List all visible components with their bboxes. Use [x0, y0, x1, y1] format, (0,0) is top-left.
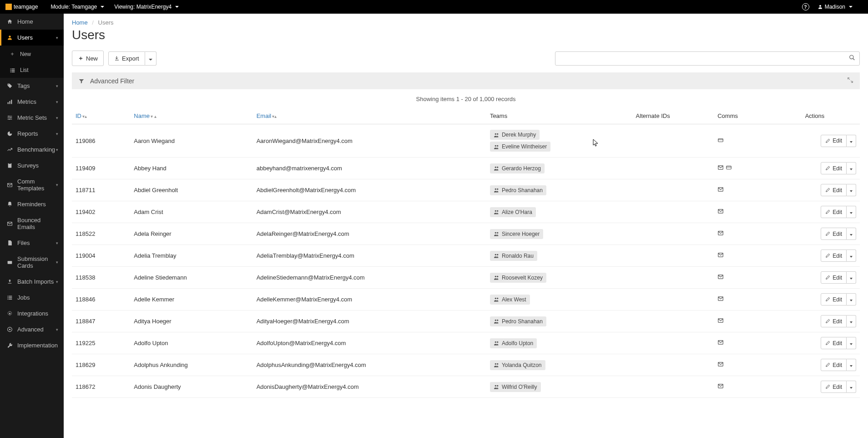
brand-logo[interactable]: teamgage [5, 4, 38, 10]
team-badge[interactable]: Adolfo Upton [490, 338, 537, 348]
svg-point-62 [495, 298, 496, 299]
team-badge[interactable]: Gerardo Herzog [490, 163, 545, 173]
edit-dropdown-toggle[interactable] [847, 359, 856, 371]
sidebar-item-metric-sets[interactable]: Metric Sets ▾ [0, 110, 64, 126]
sidebar-item-home[interactable]: Home [0, 14, 64, 30]
edit-dropdown-toggle[interactable] [847, 135, 856, 147]
sidebar-item-advanced[interactable]: Advanced ▾ [0, 321, 64, 337]
user-icon [818, 4, 823, 10]
sidebar-item-comm-templates[interactable]: Comm Templates ▾ [0, 173, 64, 196]
sidebar-item-batch-imports[interactable]: Batch Imports ▾ [0, 274, 64, 290]
col-header-id[interactable]: ID▾▴ [72, 108, 130, 124]
breadcrumb-home[interactable]: Home [72, 19, 88, 26]
sidebar-item-metrics[interactable]: Metrics ▾ [0, 94, 64, 110]
edit-dropdown-toggle[interactable] [847, 250, 856, 262]
sidebar-item-reports[interactable]: Reports ▾ [0, 126, 64, 142]
team-badge[interactable]: Wilfrid O'Reilly [490, 382, 541, 392]
table-row: 118847 Aditya Hoeger AdityaHoeger@Matrix… [72, 311, 860, 332]
edit-button[interactable]: Edit [821, 162, 847, 174]
sidebar-item-list[interactable]: List [0, 62, 64, 78]
module-dropdown[interactable]: Module: Teamgage [50, 4, 104, 10]
advanced-filter-bar[interactable]: Advanced Filter [72, 72, 860, 89]
team-badge[interactable]: Alex West [490, 295, 530, 305]
help-icon[interactable]: ? [802, 3, 809, 10]
cell-name: Aaron Wiegand [130, 124, 252, 158]
team-badge[interactable]: Pedro Shanahan [490, 185, 546, 195]
mail-icon [5, 182, 14, 188]
svg-point-0 [819, 5, 821, 7]
team-badge[interactable]: Ronaldo Rau [490, 251, 537, 261]
sidebar-item-surveys[interactable]: Surveys [0, 158, 64, 173]
cell-comms [714, 124, 801, 158]
col-header-name[interactable]: Name▾ ▴ [130, 108, 252, 124]
edit-dropdown-toggle[interactable] [847, 337, 856, 349]
sidebar-item-files[interactable]: Files ▾ [0, 235, 64, 251]
cell-id: 119004 [72, 245, 130, 267]
cell-name: Aditya Hoeger [130, 311, 252, 332]
team-badge[interactable]: Yolanda Quitzon [490, 360, 545, 370]
chevron-down-icon: ▾ [56, 100, 58, 104]
edit-button[interactable]: Edit [821, 337, 847, 349]
edit-dropdown-toggle[interactable] [847, 315, 856, 327]
edit-button[interactable]: Edit [821, 184, 847, 196]
sidebar-item-benchmarking[interactable]: Benchmarking ▾ [0, 142, 64, 158]
sidebar-item-submission-cards[interactable]: Submission Cards ▾ [0, 251, 64, 274]
edit-dropdown-toggle[interactable] [847, 228, 856, 240]
cell-comms [714, 376, 801, 398]
team-label: Pedro Shanahan [502, 187, 543, 194]
edit-dropdown-toggle[interactable] [847, 206, 856, 218]
table-row: 119409 Abbey Hand abbeyhand@matrixenergy… [72, 158, 860, 179]
edit-button[interactable]: Edit [821, 359, 847, 371]
table-row: 118629 Adolphus Ankunding AdolphusAnkund… [72, 354, 860, 376]
svg-rect-7 [11, 71, 15, 72]
cell-comms [714, 354, 801, 376]
edit-button[interactable]: Edit [821, 315, 847, 327]
edit-dropdown-toggle[interactable] [847, 162, 856, 174]
export-dropdown-toggle[interactable] [145, 51, 156, 66]
user-menu[interactable]: Madison [818, 4, 853, 10]
export-button[interactable]: Export [108, 51, 145, 66]
edit-button[interactable]: Edit [821, 293, 847, 306]
edit-dropdown-toggle[interactable] [847, 293, 856, 306]
edit-button[interactable]: Edit [821, 250, 847, 262]
sidebar-item-bounced-emails[interactable]: Bounced Emails [0, 212, 64, 235]
mail-icon [717, 252, 724, 260]
col-header-email[interactable]: Email▾▴ [253, 108, 486, 124]
table-row: 118538 Adeline Stiedemann AdelineStiedem… [72, 267, 860, 289]
sidebar-item-users[interactable]: Users ▾ [0, 30, 64, 46]
sidebar-item-integrations[interactable]: Integrations [0, 306, 64, 321]
sidebar-item-implementation[interactable]: Implementation [0, 337, 64, 353]
edit-button[interactable]: Edit [821, 135, 847, 147]
search-input[interactable] [555, 51, 860, 66]
svg-rect-13 [7, 117, 12, 118]
mail-icon [717, 295, 724, 303]
team-badge[interactable]: Sincere Hoeger [490, 229, 543, 239]
sidebar-item-reminders[interactable]: Reminders [0, 196, 64, 212]
edit-dropdown-toggle[interactable] [847, 271, 856, 284]
cell-teams: Adolfo Upton [486, 332, 632, 354]
sidebar-item-tags[interactable]: Tags ▾ [0, 78, 64, 94]
team-badge[interactable]: Alize O'Hara [490, 207, 536, 217]
svg-point-37 [497, 133, 498, 134]
sidebar-item-jobs[interactable]: Jobs [0, 290, 64, 306]
team-badge[interactable]: Derek Murphy [490, 130, 540, 140]
svg-point-68 [495, 341, 496, 343]
expand-icon[interactable] [847, 77, 853, 85]
viewing-dropdown[interactable]: Viewing: MatrixEnergy4 [114, 4, 179, 10]
edit-dropdown-toggle[interactable] [847, 184, 856, 196]
edit-dropdown-toggle[interactable] [847, 381, 856, 393]
filter-icon [78, 78, 85, 84]
cell-teams: Sincere Hoeger [486, 223, 632, 245]
edit-button[interactable]: Edit [821, 381, 847, 393]
team-badge[interactable]: Pedro Shanahan [490, 316, 546, 326]
cell-name: Adeline Stiedemann [130, 267, 252, 289]
new-button[interactable]: ＋ New [72, 51, 104, 66]
edit-button[interactable]: Edit [821, 271, 847, 284]
main-content: Home / Users Users ＋ New Export Advanced… [64, 14, 868, 438]
team-badge[interactable]: Eveline Wintheiser [490, 142, 550, 152]
svg-rect-4 [10, 70, 11, 71]
sidebar-item-new[interactable]: ＋ New [0, 46, 64, 62]
edit-button[interactable]: Edit [821, 228, 847, 240]
edit-button[interactable]: Edit [821, 206, 847, 218]
team-badge[interactable]: Roosevelt Kozey [490, 273, 546, 283]
